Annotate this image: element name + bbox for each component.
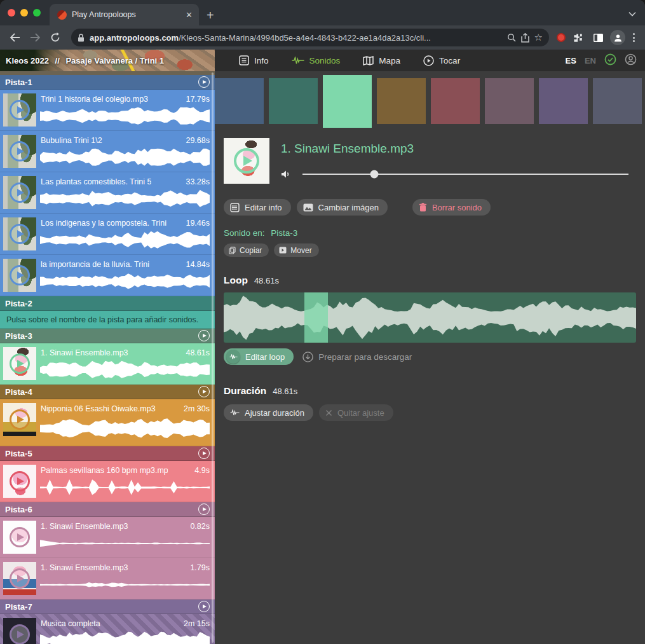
- extensions-puzzle-icon[interactable]: [569, 29, 586, 46]
- adjust-duration-button[interactable]: Ajustar duración: [224, 404, 313, 421]
- url-bar[interactable]: app.antropoloops.com/Kleos-Santa-Marina/…: [71, 29, 549, 46]
- clip-thumbnail[interactable]: [3, 562, 36, 595]
- remove-adjust-button[interactable]: Quitar ajuste: [319, 404, 393, 421]
- sound-in-track-link[interactable]: Pista-3: [271, 228, 297, 238]
- play-overlay-icon[interactable]: [10, 624, 30, 644]
- track-header-pista-2[interactable]: Pista-2: [0, 296, 215, 311]
- copy-button[interactable]: Copiar: [224, 243, 269, 257]
- track-play-button[interactable]: [198, 330, 210, 341]
- delete-sound-button[interactable]: Borrar sonido: [412, 199, 491, 216]
- reload-button[interactable]: [47, 29, 64, 46]
- account-icon[interactable]: [625, 53, 637, 68]
- browser-tab[interactable]: Play Antropoloops ✕: [50, 4, 199, 25]
- minimize-window-button[interactable]: [20, 9, 28, 17]
- track-play-button[interactable]: [198, 448, 210, 459]
- prepare-download-button[interactable]: Preparar para descargar: [302, 352, 412, 362]
- clip-item[interactable]: Nipponia 06 Esashi Oiwake.mp32m 30s: [0, 399, 215, 446]
- breadcrumb-page[interactable]: Pasaje Valvanera / Trini 1: [65, 56, 164, 65]
- play-overlay-icon[interactable]: [234, 148, 259, 174]
- clip-item[interactable]: Trini 1 historia del colegio.mp317.79s: [0, 90, 215, 131]
- track-swatch-7[interactable]: [539, 78, 588, 124]
- recording-extension-icon[interactable]: [557, 33, 566, 42]
- side-panel-icon[interactable]: [590, 29, 606, 46]
- clip-thumbnail[interactable]: [3, 347, 36, 380]
- clip-item[interactable]: Musica completa2m 15s: [0, 614, 215, 644]
- forward-button[interactable]: [27, 29, 43, 46]
- new-tab-button[interactable]: +: [207, 9, 214, 22]
- clip-item[interactable]: 1. Sinawi Ensemble.mp348.61s: [0, 343, 215, 385]
- close-window-button[interactable]: [8, 9, 15, 17]
- play-overlay-icon[interactable]: [10, 527, 30, 547]
- lang-es-button[interactable]: ES: [566, 56, 576, 65]
- play-overlay-icon[interactable]: [10, 471, 30, 491]
- map-preview[interactable]: Kleos 2022 // Pasaje Valvanera / Trini 1: [0, 50, 215, 71]
- clip-item[interactable]: la importancia de la lluvia. Trini14.84s: [0, 255, 215, 296]
- sidebar-scrollbar[interactable]: [212, 72, 214, 643]
- track-play-button[interactable]: [198, 386, 210, 397]
- track-header-pista-4[interactable]: Pista-4: [0, 385, 215, 399]
- clip-thumbnail[interactable]: [3, 618, 36, 644]
- clip-thumbnail[interactable]: [3, 403, 36, 436]
- track-swatch-2[interactable]: [269, 78, 318, 124]
- track-play-button[interactable]: [198, 601, 210, 612]
- clip-thumbnail[interactable]: [3, 521, 36, 554]
- tab-search-chevron-icon[interactable]: [628, 8, 636, 19]
- change-image-button[interactable]: Cambiar imágen: [297, 199, 388, 216]
- track-swatch-6[interactable]: [485, 78, 534, 124]
- track-play-button[interactable]: [198, 504, 210, 515]
- nav-item-info[interactable]: Info: [239, 55, 269, 65]
- track-header-pista-5[interactable]: Pista-5: [0, 446, 215, 461]
- volume-slider[interactable]: [302, 174, 628, 175]
- clip-thumbnail[interactable]: [3, 93, 36, 127]
- play-overlay-icon[interactable]: [10, 568, 30, 589]
- track-swatch-4[interactable]: [377, 78, 426, 124]
- browser-menu-button[interactable]: [629, 33, 639, 42]
- clip-item[interactable]: Bubulina Trini 1\229.68s: [0, 131, 215, 172]
- clip-thumbnail[interactable]: [3, 176, 36, 209]
- nav-item-sonidos[interactable]: Sonidos: [292, 56, 341, 65]
- zoom-window-button[interactable]: [33, 9, 41, 17]
- clip-thumbnail[interactable]: [3, 259, 36, 292]
- play-overlay-icon[interactable]: [10, 182, 30, 203]
- track-swatch-1[interactable]: [215, 78, 264, 124]
- play-overlay-icon[interactable]: [10, 265, 30, 285]
- back-button[interactable]: [6, 29, 23, 46]
- nav-item-tocar[interactable]: Tocar: [423, 55, 460, 66]
- track-swatch-8[interactable]: [593, 78, 642, 124]
- tab-close-icon[interactable]: ✕: [186, 10, 193, 20]
- loop-waveform[interactable]: [224, 292, 636, 343]
- track-swatch-3[interactable]: [323, 75, 372, 128]
- volume-slider-knob[interactable]: [370, 170, 378, 179]
- play-overlay-icon[interactable]: [10, 409, 30, 430]
- clip-item[interactable]: 1. Sinawi Ensemble.mp30.82s: [0, 517, 215, 558]
- play-overlay-icon[interactable]: [10, 224, 30, 244]
- clip-thumbnail[interactable]: [3, 135, 36, 168]
- edit-loop-button[interactable]: Editar loop: [224, 348, 294, 365]
- profile-avatar[interactable]: [610, 30, 625, 45]
- bookmark-star-icon[interactable]: ☆: [534, 32, 543, 43]
- clip-item[interactable]: 1. Sinawi Ensemble.mp31.79s: [0, 558, 215, 599]
- track-play-button[interactable]: [198, 76, 210, 88]
- track-header-pista-7[interactable]: Pista-7: [0, 599, 215, 614]
- clip-item[interactable]: Los indigenas y la compostela. Trini19.4…: [0, 214, 215, 255]
- sync-check-icon[interactable]: [604, 53, 616, 68]
- share-icon[interactable]: [521, 33, 529, 43]
- play-overlay-icon[interactable]: [10, 353, 30, 374]
- clip-item[interactable]: Palmas sevillanas 160 bpm mp3.mp34.9s: [0, 461, 215, 502]
- clip-thumbnail[interactable]: [3, 217, 36, 250]
- track-header-pista-3[interactable]: Pista-3: [0, 329, 215, 343]
- clip-thumbnail[interactable]: [3, 465, 36, 498]
- play-overlay-icon[interactable]: [10, 100, 30, 120]
- lang-en-button[interactable]: EN: [585, 56, 596, 65]
- clip-item[interactable]: Las plantas comestibles. Trini 533.28s: [0, 172, 215, 214]
- zoom-page-icon[interactable]: [507, 33, 516, 42]
- track-header-pista-1[interactable]: Pista-1: [0, 75, 215, 90]
- sound-thumbnail[interactable]: [224, 138, 269, 184]
- loop-playhead-band[interactable]: [304, 292, 328, 343]
- track-swatch-5[interactable]: [431, 78, 480, 124]
- track-header-pista-6[interactable]: Pista-6: [0, 502, 215, 517]
- move-button[interactable]: Mover: [274, 243, 318, 257]
- nav-item-mapa[interactable]: Mapa: [363, 56, 400, 65]
- breadcrumb-project[interactable]: Kleos 2022: [6, 56, 49, 65]
- play-overlay-icon[interactable]: [10, 141, 30, 161]
